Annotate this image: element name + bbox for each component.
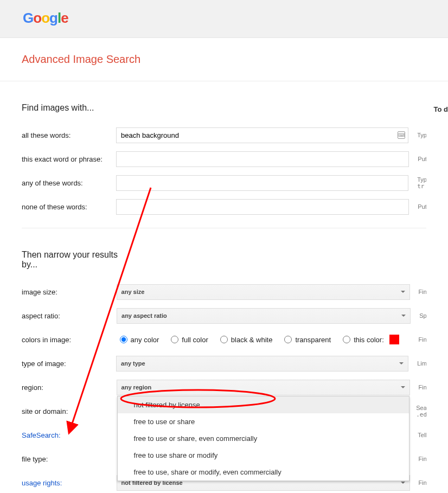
divider <box>22 228 426 228</box>
radio-transparent[interactable]: transparent <box>284 336 331 344</box>
dropdown-aspect-ratio[interactable]: any aspect ratio <box>117 308 411 324</box>
row-type: type of image: any type Lim <box>22 352 426 375</box>
input-exact-phrase[interactable] <box>116 151 409 167</box>
radio-this-color[interactable]: this color: <box>343 335 399 344</box>
input-none-words[interactable] <box>116 199 409 215</box>
row-colors: colors in image: any color full color bl… <box>22 328 426 351</box>
row-any-words: any of these words: Typtr <box>22 171 426 194</box>
hint-usage-rights: Fin <box>410 479 427 486</box>
find-section-title: Find images with... <box>22 103 426 113</box>
input-any-words[interactable] <box>116 175 408 191</box>
radio-black-white[interactable]: black & white <box>220 336 273 344</box>
label-file-type: file type: <box>22 455 117 463</box>
dropdown-type[interactable]: any type <box>116 356 408 372</box>
label-image-size: image size: <box>22 288 117 296</box>
dropdown-image-size[interactable]: any size <box>117 284 410 300</box>
label-aspect-ratio: aspect ratio: <box>22 312 117 320</box>
row-region: region: any region not filtered by licen… <box>22 376 426 399</box>
row-aspect-ratio: aspect ratio: any aspect ratio Sp <box>22 304 426 327</box>
header: Google <box>0 0 448 38</box>
color-swatch[interactable] <box>389 335 399 344</box>
hint-exact-phrase: Put <box>409 156 426 162</box>
hint-colors: Fin <box>410 336 427 343</box>
row-exact-phrase: this exact word or phrase: Put <box>22 148 426 170</box>
dropdown-region-list: not filtered by license free to use or s… <box>117 396 409 481</box>
google-logo[interactable]: Google <box>23 10 68 26</box>
opt-not-filtered[interactable]: not filtered by license <box>118 396 409 413</box>
dropdown-region[interactable]: any region not filtered by license free … <box>117 380 410 395</box>
find-images-section: Find images with... all these words: ⌨ T… <box>0 103 448 493</box>
to-do-label: To d <box>434 105 448 113</box>
label-safesearch[interactable]: SafeSearch: <box>22 431 116 439</box>
input-all-words[interactable] <box>116 127 408 143</box>
hint-type: Lim <box>408 360 426 367</box>
row-image-size: image size: any size Fin <box>22 280 426 303</box>
label-type: type of image: <box>22 360 116 368</box>
keyboard-icon[interactable]: ⌨ <box>398 131 405 139</box>
label-all-words: all these words: <box>22 131 116 139</box>
hint-all-words: Typ <box>408 132 426 138</box>
hint-any-words: Typtr <box>408 176 426 190</box>
row-none-words: none of these words: Put <box>22 195 426 218</box>
row-all-words: all these words: ⌨ Typ <box>22 124 426 146</box>
hint-aspect-ratio: Sp <box>411 312 426 319</box>
label-region: region: <box>22 383 117 392</box>
radio-any-color[interactable]: any color <box>120 336 159 344</box>
hint-none-words: Put <box>409 203 426 210</box>
label-exact-phrase: this exact word or phrase: <box>22 155 116 163</box>
label-colors: colors in image: <box>22 336 117 344</box>
opt-free-commercial[interactable]: free to use or share, even commercially <box>118 430 409 447</box>
label-none-words: none of these words: <box>22 203 116 211</box>
page-title: Advanced Image Search <box>0 38 448 81</box>
label-usage-rights[interactable]: usage rights: <box>22 479 117 487</box>
label-site: site or domain: <box>22 407 116 415</box>
opt-free-use-share[interactable]: free to use or share <box>118 413 409 430</box>
hint-site: Sea.ed <box>407 405 426 418</box>
hint-safesearch: Tell <box>409 432 426 438</box>
narrow-section-title: Then narrow your results by... <box>22 250 130 270</box>
opt-free-modify-commercial[interactable]: free to use, share or modify, even comme… <box>118 464 409 481</box>
hint-file-type: Fin <box>410 456 427 462</box>
hint-region: Fin <box>410 384 427 390</box>
opt-free-modify[interactable]: free to use share or modify <box>118 447 409 464</box>
radio-full-color[interactable]: full color <box>171 336 208 344</box>
label-any-words: any of these words: <box>22 179 116 187</box>
hint-image-size: Fin <box>410 289 427 295</box>
